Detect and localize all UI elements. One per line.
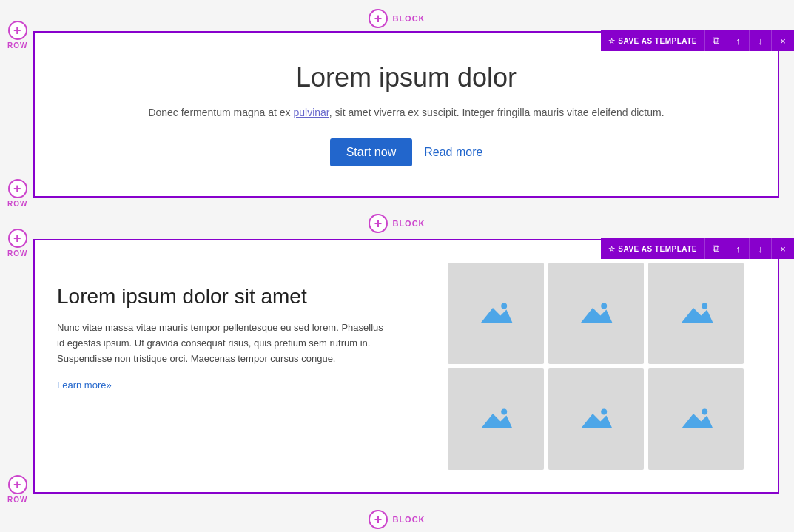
add-block-bottom-icon[interactable]: +: [369, 510, 388, 529]
read-more-link[interactable]: Read more: [424, 146, 482, 159]
row-2-add-bottom[interactable]: + ROW: [7, 475, 27, 504]
svg-point-13: [601, 408, 607, 414]
image-placeholder-icon-4: [478, 405, 514, 434]
image-cell-4: [448, 368, 543, 470]
add-block-middle-icon[interactable]: +: [369, 214, 388, 233]
save-template-label: SAVE AS TEMPLATE: [618, 37, 697, 45]
row-1-add-bottom-label: ROW: [7, 200, 27, 208]
add-block-top-icon[interactable]: +: [369, 9, 388, 28]
add-block-middle[interactable]: + BLOCK: [0, 198, 794, 239]
row-1-save-template[interactable]: ☆ SAVE AS TEMPLATE: [601, 30, 705, 51]
copy-icon-2: ⧉: [713, 243, 719, 255]
col-left-title: Lorem ipsum dolor sit amet: [57, 285, 391, 309]
add-block-bottom-label: BLOCK: [392, 515, 425, 524]
svg-point-4: [601, 303, 607, 309]
row-1-close-btn[interactable]: ×: [772, 30, 794, 51]
hero-section: Lorem ipsum dolor Donec fermentum magna …: [35, 33, 778, 196]
svg-point-1: [501, 303, 507, 309]
row-1-add-top-icon[interactable]: +: [8, 21, 27, 40]
col-right: [414, 240, 778, 492]
down-icon: ↓: [758, 36, 763, 47]
star-icon-2: ☆: [608, 245, 616, 253]
row-2-add-bottom-icon[interactable]: +: [8, 475, 27, 494]
add-block-top-label: BLOCK: [392, 14, 425, 23]
row-1: + ROW ☆ SAVE AS TEMPLATE ⧉ ↑ ↓ × Lorem i…: [0, 31, 794, 198]
image-cell-5: [548, 368, 644, 470]
add-block-middle-label: BLOCK: [392, 219, 425, 228]
close-icon-2: ×: [780, 243, 786, 255]
block-1-container: Lorem ipsum dolor Donec fermentum magna …: [33, 31, 779, 198]
copy-icon: ⧉: [713, 35, 719, 47]
row-1-add-bottom[interactable]: + ROW: [7, 179, 27, 208]
svg-point-16: [702, 408, 707, 414]
image-cell-1: [448, 263, 543, 364]
row-2-save-template[interactable]: ☆ SAVE AS TEMPLATE: [601, 238, 705, 259]
image-placeholder-icon-3: [679, 299, 714, 329]
row-2-add-bottom-label: ROW: [7, 496, 27, 504]
save-template-label-2: SAVE AS TEMPLATE: [618, 245, 697, 253]
col-left: Lorem ipsum dolor sit amet Nunc vitae ma…: [35, 240, 414, 492]
row-2-toolbar: ☆ SAVE AS TEMPLATE ⧉ ↑ ↓ ×: [601, 238, 794, 259]
row-1-add-top[interactable]: + ROW: [7, 21, 27, 50]
image-grid: [448, 263, 744, 470]
col-left-body: Nunc vitae massa vitae mauris tempor pel…: [57, 320, 391, 366]
down-icon-2: ↓: [758, 243, 763, 255]
close-icon: ×: [780, 36, 786, 47]
row-1-up-btn[interactable]: ↑: [727, 30, 750, 51]
row-1-copy-btn[interactable]: ⧉: [705, 30, 727, 51]
image-placeholder-icon-1: [478, 299, 514, 329]
block-2-container: Lorem ipsum dolor sit amet Nunc vitae ma…: [33, 239, 779, 494]
hero-description: Donec fermentum magna at ex pulvinar, si…: [94, 105, 719, 121]
up-icon-2: ↑: [736, 243, 741, 255]
row-2-copy-btn[interactable]: ⧉: [705, 238, 727, 259]
row-2-add-top[interactable]: + ROW: [7, 229, 27, 257]
image-cell-2: [548, 263, 644, 364]
pulvinar-link[interactable]: pulvinar: [293, 107, 329, 118]
add-block-bottom[interactable]: + BLOCK: [0, 494, 794, 532]
row-2-add-top-icon[interactable]: +: [8, 229, 27, 248]
row-2-down-btn[interactable]: ↓: [750, 238, 772, 259]
row-2-add-top-label: ROW: [7, 249, 27, 257]
start-now-button[interactable]: Start now: [330, 138, 413, 166]
image-placeholder-icon-5: [578, 405, 613, 434]
up-icon: ↑: [736, 36, 741, 47]
row-1-toolbar: ☆ SAVE AS TEMPLATE ⧉ ↑ ↓ ×: [601, 30, 794, 51]
svg-point-10: [501, 408, 507, 414]
two-col-section: Lorem ipsum dolor sit amet Nunc vitae ma…: [35, 240, 778, 492]
image-cell-3: [648, 263, 744, 364]
hero-buttons: Start now Read more: [94, 138, 719, 166]
add-block-top[interactable]: + BLOCK: [0, 0, 794, 31]
row-2-up-btn[interactable]: ↑: [727, 238, 750, 259]
hero-title: Lorem ipsum dolor: [94, 62, 719, 93]
star-icon: ☆: [608, 37, 616, 45]
svg-point-7: [702, 303, 707, 309]
image-placeholder-icon-6: [679, 405, 714, 434]
row-2-close-btn[interactable]: ×: [772, 238, 794, 259]
image-cell-6: [648, 368, 744, 470]
row-1-add-bottom-icon[interactable]: +: [8, 179, 27, 198]
row-1-down-btn[interactable]: ↓: [750, 30, 772, 51]
row-1-add-top-label: ROW: [7, 41, 27, 50]
learn-more-link[interactable]: Learn more»: [57, 380, 112, 391]
image-placeholder-icon-2: [578, 299, 613, 329]
row-2: + ROW ☆ SAVE AS TEMPLATE ⧉ ↑ ↓ × Lorem i…: [0, 239, 794, 494]
